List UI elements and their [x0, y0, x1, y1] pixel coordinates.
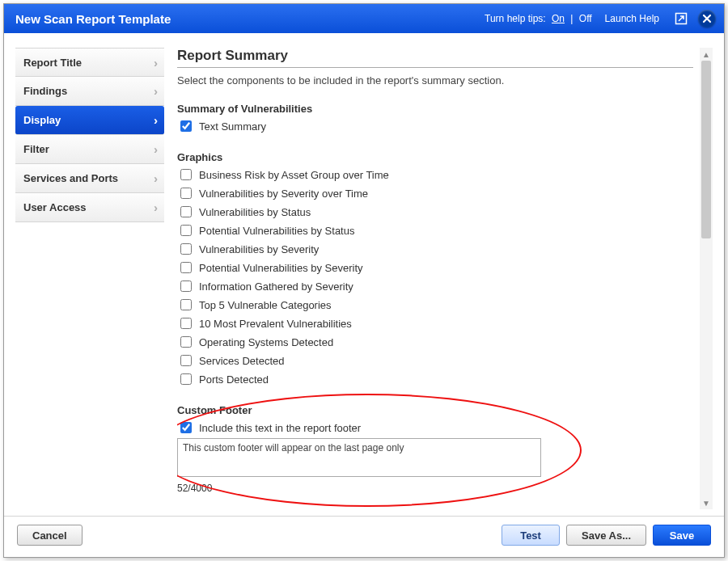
chk-label: Include this text in the report footer — [199, 422, 361, 434]
chk-input[interactable] — [180, 280, 192, 292]
chk-graphics-0[interactable]: Business Risk by Asset Group over Time — [177, 167, 693, 183]
chk-label: Ports Detected — [199, 373, 269, 386]
chk-input[interactable] — [180, 169, 192, 180]
chk-graphics-6[interactable]: Information Gathered by Severity — [177, 278, 693, 294]
main-panel: Report Summary Select the components to … — [177, 48, 713, 509]
page-instruction: Select the components to be included in … — [177, 74, 693, 86]
nav-findings[interactable]: Findings › — [15, 77, 164, 106]
nav-label: Services and Ports — [23, 172, 118, 184]
chk-graphics-7[interactable]: Top 5 Vulnerable Categories — [177, 297, 693, 313]
chk-label: Vulnerabilities by Status — [199, 206, 311, 218]
chk-label: Information Gathered by Severity — [199, 280, 353, 293]
nav-user-access[interactable]: User Access › — [15, 193, 164, 222]
chk-label: 10 Most Prevalent Vulnerabilities — [199, 318, 352, 330]
save-as-button[interactable]: Save As... — [566, 525, 646, 546]
chk-label: Business Risk by Asset Group over Time — [199, 169, 389, 181]
chk-text-summary[interactable]: Text Summary — [177, 118, 693, 134]
chk-label: Text Summary — [199, 120, 266, 133]
footer-textarea[interactable] — [177, 438, 541, 477]
popout-icon[interactable] — [674, 11, 688, 26]
section-graphics: Graphics — [177, 151, 693, 163]
help-sep: | — [568, 13, 576, 24]
close-button[interactable] — [698, 10, 716, 27]
chk-include-footer[interactable]: Include this text in the report footer — [177, 420, 693, 436]
chk-input[interactable] — [180, 355, 192, 366]
chk-input[interactable] — [180, 206, 192, 217]
help-tips-on-link[interactable]: On — [552, 13, 565, 24]
chk-label: Operating Systems Detected — [199, 336, 333, 348]
test-button[interactable]: Test — [502, 525, 560, 546]
scroll-down-icon[interactable]: ▼ — [700, 496, 712, 509]
dialog-window: New Scan Report Template Turn help tips:… — [3, 3, 725, 558]
chevron-right-icon: › — [154, 113, 158, 127]
page-title: Report Summary — [177, 48, 693, 68]
dialog-body: Report Title › Findings › Display › Filt… — [4, 33, 724, 516]
section-custom-footer: Custom Footer — [177, 404, 693, 416]
chk-input[interactable] — [180, 262, 192, 273]
chk-label: Vulnerabilities by Severity over Time — [199, 188, 368, 200]
chevron-right-icon: › — [154, 56, 158, 70]
titlebar: New Scan Report Template Turn help tips:… — [4, 4, 724, 33]
chk-input[interactable] — [180, 336, 192, 348]
nav-report-title[interactable]: Report Title › — [15, 48, 164, 77]
chk-text-summary-input[interactable] — [180, 120, 192, 132]
chk-graphics-8[interactable]: 10 Most Prevalent Vulnerabilities — [177, 315, 693, 331]
chk-label: Vulnerabilities by Severity — [199, 243, 319, 255]
chk-graphics-9[interactable]: Operating Systems Detected — [177, 334, 693, 350]
nav-label: Report Title — [23, 57, 82, 69]
help-prefix: Turn help tips: — [485, 13, 548, 24]
chevron-right-icon: › — [154, 200, 158, 214]
sidebar: Report Title › Findings › Display › Filt… — [15, 48, 164, 509]
nav-label: User Access — [23, 201, 87, 213]
chevron-right-icon: › — [154, 142, 158, 156]
nav-filter[interactable]: Filter › — [15, 135, 164, 164]
chk-label: Potential Vulnerabilities by Status — [199, 225, 354, 237]
chk-label: Services Detected — [199, 355, 285, 367]
scroll-track[interactable] — [700, 61, 712, 496]
chevron-right-icon: › — [154, 84, 158, 98]
button-bar: Cancel Test Save As... Save — [4, 516, 724, 557]
cancel-button[interactable]: Cancel — [17, 525, 83, 546]
save-button[interactable]: Save — [653, 525, 711, 546]
chk-label: Potential Vulnerabilities by Severity — [199, 262, 363, 274]
char-counter: 52/4000 — [177, 483, 693, 494]
chk-graphics-10[interactable]: Services Detected — [177, 352, 693, 369]
help-tips-off-link[interactable]: Off — [579, 13, 592, 24]
nav-display[interactable]: Display › — [15, 106, 164, 135]
chk-graphics-3[interactable]: Potential Vulnerabilities by Status — [177, 222, 693, 238]
scroll-up-icon[interactable]: ▲ — [700, 48, 712, 61]
nav-label: Findings — [23, 85, 67, 97]
chk-label: Top 5 Vulnerable Categories — [199, 299, 332, 311]
chevron-right-icon: › — [154, 171, 158, 185]
chk-input[interactable] — [180, 188, 192, 199]
help-area: Turn help tips: On | Off Launch Help — [485, 10, 716, 27]
content-scroll: Report Summary Select the components to … — [177, 48, 700, 509]
chk-graphics-11[interactable]: Ports Detected — [177, 371, 693, 387]
scroll-thumb[interactable] — [701, 61, 711, 238]
chk-graphics-4[interactable]: Vulnerabilities by Severity — [177, 241, 693, 257]
chk-input[interactable] — [180, 318, 192, 329]
chk-graphics-2[interactable]: Vulnerabilities by Status — [177, 204, 693, 220]
chk-input[interactable] — [180, 225, 192, 236]
section-vulnerabilities: Summary of Vulnerabilities — [177, 103, 693, 115]
chk-input[interactable] — [180, 299, 192, 310]
launch-help-link[interactable]: Launch Help — [605, 13, 659, 24]
chk-graphics-1[interactable]: Vulnerabilities by Severity over Time — [177, 185, 693, 201]
nav-label: Display — [23, 114, 61, 126]
chk-graphics-5[interactable]: Potential Vulnerabilities by Severity — [177, 259, 693, 276]
nav-services-ports[interactable]: Services and Ports › — [15, 164, 164, 193]
chk-include-footer-input[interactable] — [180, 422, 192, 433]
scrollbar[interactable]: ▲ ▼ — [700, 48, 713, 509]
dialog-title: New Scan Report Template — [15, 12, 485, 26]
chk-input[interactable] — [180, 243, 192, 255]
chk-input[interactable] — [180, 373, 192, 385]
nav-label: Filter — [23, 143, 49, 155]
